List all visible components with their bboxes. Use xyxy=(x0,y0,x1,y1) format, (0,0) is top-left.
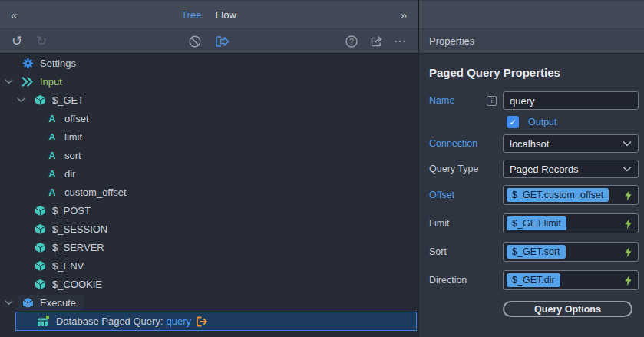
info-icon[interactable]: i xyxy=(487,96,497,106)
select-chevron-icon xyxy=(623,141,632,147)
ban-icon[interactable] xyxy=(187,34,203,49)
svg-text:?: ? xyxy=(349,37,354,45)
tree-item-execute[interactable]: Execute xyxy=(0,293,418,312)
tree-item-label: dir xyxy=(64,168,75,180)
tree-item-label: $_ENV xyxy=(52,260,84,272)
tree-item-label: $_SERVER xyxy=(52,242,104,253)
query-type-select[interactable]: Paged Records xyxy=(503,160,639,178)
direction-binding-input[interactable]: $_GET.dir xyxy=(503,270,639,290)
tree-item-limit[interactable]: Alimit xyxy=(0,127,418,146)
letter-a-icon: A xyxy=(43,131,61,143)
data-picker-bolt-icon[interactable] xyxy=(624,190,632,201)
sort-binding-input[interactable]: $_GET.sort xyxy=(503,242,639,262)
highlighted-item-wrap: Execute xyxy=(18,295,84,311)
binding-chip[interactable]: $_GET.custom_offset xyxy=(507,188,609,202)
connection-select[interactable]: localhsot xyxy=(503,134,639,153)
tree-item-settings[interactable]: Settings xyxy=(0,54,418,72)
query-options-button[interactable]: Query Options xyxy=(503,301,632,317)
checkbox-label: Output xyxy=(528,117,557,127)
undo-icon[interactable]: ↺ xyxy=(9,34,25,49)
property-row-query-type: Query TypePaged Records xyxy=(429,160,639,178)
tree-item-session[interactable]: $_SESSION xyxy=(0,220,418,238)
toolbar-utility-group: ? ··· xyxy=(344,34,408,49)
properties-body: Paged Query Properties Nameiquery✓Output… xyxy=(419,54,644,337)
tree-item-label: Execute xyxy=(40,297,76,309)
property-row-limit: Limit$_GET.limit xyxy=(429,213,639,233)
workflow-panel: « TreeFlow » ↺ ↻ ? xyxy=(0,0,419,337)
tree-item-database-paged-query[interactable]: Database Paged Query:query xyxy=(15,312,417,331)
property-label: Name xyxy=(429,95,454,106)
cube-icon xyxy=(31,259,49,273)
more-icon[interactable]: ··· xyxy=(393,34,408,49)
input-value: query xyxy=(510,95,535,107)
binding-chip[interactable]: $_GET.dir xyxy=(507,273,560,287)
tree-item-label: Database Paged Query: xyxy=(56,316,163,327)
data-picker-bolt-icon[interactable] xyxy=(624,246,632,258)
properties-topbar xyxy=(419,0,644,29)
property-label: Direction xyxy=(429,275,467,286)
cube-icon xyxy=(31,278,49,291)
offset-binding-input[interactable]: $_GET.custom_offset xyxy=(503,185,639,205)
property-row-name: Nameiquery xyxy=(429,91,639,110)
selected-value: localhsot xyxy=(510,138,549,150)
cube-icon xyxy=(31,204,49,217)
tree-item-label: $_GET xyxy=(52,94,84,106)
run-to-icon[interactable] xyxy=(215,34,230,49)
tree-item-label: custom_offset xyxy=(64,187,127,198)
tree-item-custom-offset[interactable]: Acustom_offset xyxy=(0,183,418,201)
tab-tree[interactable]: Tree xyxy=(181,9,201,21)
letter-a-icon: A xyxy=(43,113,61,124)
tab-flow[interactable]: Flow xyxy=(215,9,236,21)
tree-item-env[interactable]: $_ENV xyxy=(0,256,418,275)
tree-item-label: $_POST xyxy=(52,205,91,216)
binding-chip[interactable]: $_GET.sort xyxy=(507,245,566,259)
help-icon[interactable]: ? xyxy=(344,34,359,49)
letter-a-icon: A xyxy=(43,150,61,161)
table-icon xyxy=(35,315,53,328)
limit-binding-input[interactable]: $_GET.limit xyxy=(503,213,639,233)
tree-item-get[interactable]: $_GET xyxy=(0,91,418,109)
tree-item-post[interactable]: $_POST xyxy=(0,201,418,220)
binding-chip[interactable]: $_GET.limit xyxy=(507,216,566,230)
tree-item-label: $_COOKIE xyxy=(52,279,102,290)
cube-blue-icon xyxy=(18,296,37,309)
tree-item-input[interactable]: Input xyxy=(0,72,418,91)
expander-chevron-icon[interactable] xyxy=(5,79,13,84)
cube-icon xyxy=(31,241,49,254)
redo-icon[interactable]: ↻ xyxy=(34,34,49,49)
collapse-right-icon[interactable]: » xyxy=(401,8,407,21)
double-chevron-icon xyxy=(18,77,37,87)
tree-item-cookie[interactable]: $_COOKIE xyxy=(0,275,418,293)
share-icon[interactable] xyxy=(368,34,384,49)
select-chevron-icon xyxy=(623,167,632,172)
view-tabs: TreeFlow xyxy=(0,9,418,21)
tree-item-label: Settings xyxy=(40,58,76,69)
workflow-toolbar: ↺ ↻ ? ··· xyxy=(0,29,418,54)
collapse-left-icon[interactable]: « xyxy=(11,8,17,21)
cube-icon xyxy=(31,223,49,236)
expander-chevron-icon[interactable] xyxy=(5,300,13,306)
tree-item-dir[interactable]: Adir xyxy=(0,164,418,183)
output-checkbox[interactable]: ✓ xyxy=(507,116,519,128)
expander-chevron-icon[interactable] xyxy=(17,97,25,103)
properties-header: Properties xyxy=(419,29,644,54)
properties-title: Properties xyxy=(429,35,474,47)
name-input[interactable]: query xyxy=(503,91,639,110)
data-picker-bolt-icon[interactable] xyxy=(624,275,632,286)
letter-a-icon: A xyxy=(43,187,61,198)
tree-item-server[interactable]: $_SERVER xyxy=(0,238,418,256)
property-row-offset: Offset$_GET.custom_offset xyxy=(429,185,639,205)
gear-icon xyxy=(18,58,37,69)
tree-item-sort[interactable]: Asort xyxy=(0,146,418,164)
cube-icon xyxy=(31,94,49,107)
workflow-topbar: « TreeFlow » xyxy=(0,0,418,29)
property-label: Query Type xyxy=(429,164,478,174)
toolbar-history-group: ↺ ↻ xyxy=(9,34,49,49)
data-picker-bolt-icon[interactable] xyxy=(624,218,632,230)
step-name-link[interactable]: query xyxy=(166,316,191,327)
property-label: Connection xyxy=(429,138,477,149)
property-row-connection: Connectionlocalhsot xyxy=(429,134,639,153)
property-label: Limit xyxy=(429,218,449,229)
letter-a-icon: A xyxy=(43,168,61,180)
tree-item-offset[interactable]: Aoffset xyxy=(0,109,418,127)
